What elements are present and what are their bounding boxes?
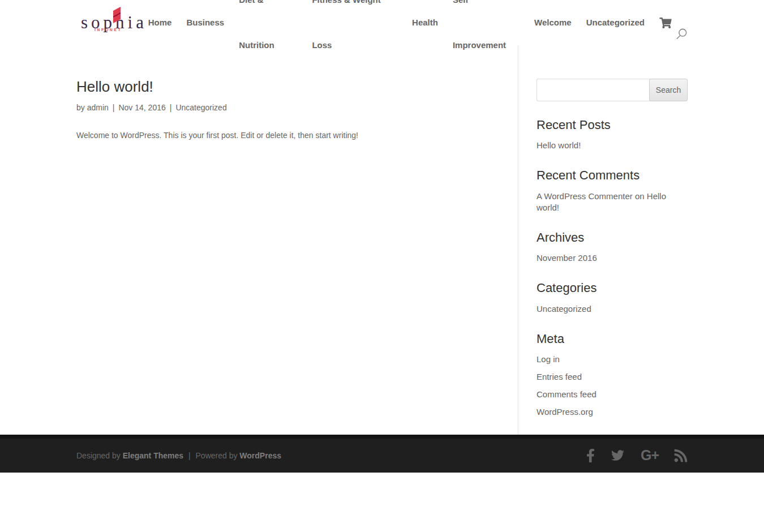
nav-item-welcome[interactable]: Welcome — [534, 0, 572, 45]
list-item: Uncategorized — [536, 303, 688, 315]
cart-icon[interactable] — [659, 18, 672, 28]
powered-by-label: Powered by — [196, 451, 238, 460]
page-body: Hello world! by admin|Nov 14, 2016|Uncat… — [76, 45, 688, 435]
list-item: Comments feed — [536, 389, 688, 400]
footer-credits: Designed by Elegant Themes | Powered by … — [76, 451, 281, 460]
nav-item-diet-nutrition[interactable]: Diet & Nutrition — [239, 0, 297, 68]
widget-recent-comments: Recent Comments A WordPress Commenter on… — [536, 168, 688, 213]
nav-item-fitness-weight-loss[interactable]: Fitness & Weight Loss — [312, 0, 397, 68]
designed-by-label: Designed by — [76, 451, 121, 460]
post-body-text: Welcome to WordPress. This is your first… — [76, 128, 518, 142]
post-title: Hello world! — [76, 78, 518, 96]
comments-feed-link[interactable]: Comments feed — [536, 389, 596, 399]
google-plus-label: G+ — [641, 448, 659, 462]
widget-title: Categories — [536, 281, 688, 295]
post-meta-by-label: by — [76, 103, 85, 112]
nav-item-self-improvement[interactable]: Self Improvement — [453, 0, 520, 68]
category-link[interactable]: Uncategorized — [536, 304, 591, 314]
google-plus-icon[interactable]: G+ — [641, 448, 659, 462]
entries-feed-link[interactable]: Entries feed — [536, 372, 582, 381]
widget-meta: Meta Log in Entries feed Comments feed W… — [536, 332, 688, 418]
main-content: Hello world! by admin|Nov 14, 2016|Uncat… — [76, 45, 518, 435]
widget-title: Meta — [536, 332, 688, 346]
commenter-link[interactable]: A WordPress Commenter — [536, 191, 633, 201]
sidebar-search-form: Search — [536, 79, 688, 101]
list-item: November 2016 — [536, 252, 688, 264]
footer-separator: | — [188, 451, 191, 460]
search-input[interactable] — [536, 79, 651, 101]
elegant-themes-link[interactable]: Elegant Themes — [123, 451, 183, 460]
list-item: Entries feed — [536, 371, 688, 383]
post: Hello world! by admin|Nov 14, 2016|Uncat… — [76, 78, 518, 142]
widget-categories: Categories Uncategorized — [536, 281, 688, 314]
search-icon[interactable] — [676, 28, 687, 40]
list-item: WordPress.org — [536, 406, 688, 418]
nav-item-home[interactable]: Home — [148, 0, 172, 45]
widget-title: Archives — [536, 230, 688, 245]
social-links: G+ — [586, 448, 688, 463]
wordpress-org-link[interactable]: WordPress.org — [536, 407, 593, 417]
logo-tagline: INFONET — [95, 28, 122, 32]
twitter-icon[interactable] — [610, 449, 625, 462]
list-item: Log in — [536, 354, 688, 365]
nav-item-health[interactable]: Health — [412, 0, 438, 45]
widget-title: Recent Comments — [536, 168, 688, 183]
nav-item-business[interactable]: Business — [186, 0, 224, 45]
site-footer: Designed by Elegant Themes | Powered by … — [0, 435, 764, 473]
post-category-link[interactable]: Uncategorized — [175, 103, 226, 112]
primary-nav: Home Business Diet & Nutrition Fitness &… — [148, 0, 688, 68]
list-item: Hello world! — [536, 140, 688, 151]
post-date: Nov 14, 2016 — [118, 103, 165, 112]
nav-item-uncategorized[interactable]: Uncategorized — [586, 0, 645, 45]
list-item: A WordPress Commenter on Hello world! — [536, 191, 688, 213]
site-logo[interactable]: sophia INFONET — [76, 0, 148, 45]
wordpress-link[interactable]: WordPress — [239, 451, 281, 460]
widget-archives: Archives November 2016 — [536, 230, 688, 264]
post-meta-separator: | — [113, 103, 115, 112]
log-in-link[interactable]: Log in — [536, 354, 560, 364]
post-meta: by admin|Nov 14, 2016|Uncategorized — [76, 103, 518, 112]
logo-flag-icon — [113, 7, 121, 25]
post-meta-separator: | — [170, 103, 172, 112]
widget-title: Recent Posts — [536, 118, 688, 132]
widget-recent-posts: Recent Posts Hello world! — [536, 118, 688, 151]
archive-link[interactable]: November 2016 — [536, 253, 597, 263]
site-header: sophia INFONET Home Business Diet & Nutr… — [0, 0, 764, 45]
recent-post-link[interactable]: Hello world! — [536, 140, 581, 150]
rss-icon[interactable] — [674, 448, 688, 463]
comment-on-label: on — [635, 191, 645, 201]
sidebar: Search Recent Posts Hello world! Recent … — [518, 45, 688, 435]
facebook-icon[interactable] — [586, 448, 595, 463]
post-author-link[interactable]: admin — [87, 103, 109, 112]
search-button[interactable]: Search — [649, 79, 688, 101]
